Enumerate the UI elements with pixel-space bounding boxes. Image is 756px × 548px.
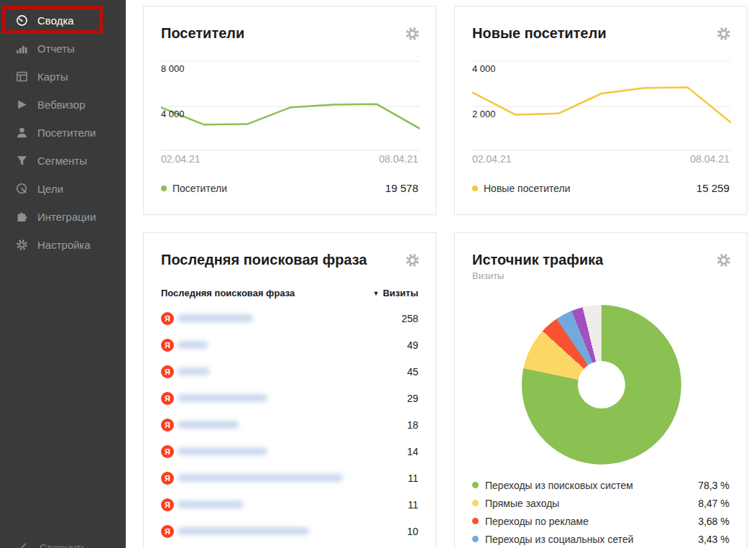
- visits-count: 258: [402, 313, 418, 324]
- search-phrase-table: Я258Я49Я45Я29Я18Я14Я11Я11Я10: [161, 305, 418, 544]
- pie-legend: Переходы из поисковых систем78,3 %Прямые…: [472, 476, 729, 548]
- sidebar-collapse-button[interactable]: Свернуть: [0, 534, 87, 548]
- blurred-search-phrase[interactable]: [178, 501, 244, 508]
- legend-total-value: 19 578: [385, 182, 418, 194]
- sidebar-item-settings[interactable]: Настройка: [0, 231, 126, 259]
- sidebar-item-label: Интеграции: [37, 211, 96, 223]
- sidebar-item-label: Карты: [37, 70, 68, 83]
- blurred-search-phrase[interactable]: [178, 394, 267, 402]
- sidebar-item-label: Отчеты: [37, 42, 75, 55]
- search-phrase-row[interactable]: Я18: [161, 411, 418, 438]
- sidebar-item-webvisor[interactable]: Вебвизор: [0, 91, 126, 119]
- visits-count: 29: [407, 393, 418, 404]
- sidebar-item-label: Настройка: [37, 239, 91, 251]
- search-phrase-row[interactable]: Я10: [161, 518, 418, 544]
- yandex-favicon: Я: [161, 365, 174, 378]
- funnel-icon: [15, 155, 28, 168]
- sidebar-item-visitors[interactable]: Посетители: [0, 119, 126, 147]
- blurred-search-phrase[interactable]: [178, 474, 343, 482]
- legend-percent-value: 8,47 %: [698, 498, 729, 509]
- sidebar-item-label: Сегменты: [37, 155, 87, 167]
- blurred-search-phrase[interactable]: [178, 421, 239, 429]
- visitors-widget: Посетители 8 000 4 000 02.04.21 08.04.21…: [143, 6, 436, 215]
- sidebar: СводкаОтчетыКартыВебвизорПосетителиСегме…: [0, 0, 126, 548]
- legend-dot: [161, 186, 167, 191]
- search-phrase-row[interactable]: Я11: [161, 491, 418, 518]
- chart-legend: Посетители 19 578: [161, 182, 418, 194]
- visits-count: 18: [407, 419, 418, 431]
- blurred-search-phrase[interactable]: [178, 527, 309, 535]
- sidebar-item-label: Вебвизор: [37, 99, 86, 111]
- pie-legend-item: Прямые заходы8,47 %: [472, 494, 729, 512]
- legend-dot: [472, 518, 479, 524]
- sidebar-item-goals[interactable]: Цели: [0, 175, 126, 203]
- legend-dot: [472, 536, 479, 542]
- search-phrase-row[interactable]: Я49: [161, 332, 418, 358]
- search-phrase-row[interactable]: Я45: [161, 358, 418, 385]
- person-icon: [15, 127, 28, 140]
- pie-legend-item: Переходы из поисковых систем78,3 %: [472, 476, 729, 494]
- gear-icon[interactable]: [716, 253, 731, 268]
- search-phrase-row[interactable]: Я29: [161, 385, 418, 411]
- blurred-search-phrase[interactable]: [178, 447, 267, 455]
- blurred-search-phrase[interactable]: [178, 314, 253, 322]
- pie-legend-item: Переходы из социальных сетей3,43 %: [472, 530, 729, 548]
- search-phrase-row[interactable]: Я11: [161, 465, 418, 491]
- chevron-left-icon: [17, 542, 30, 548]
- sidebar-item-segments[interactable]: Сегменты: [0, 147, 126, 175]
- y-axis-tick: 4 000: [161, 109, 185, 119]
- traffic-source-widget: Источник трафика Визиты Переходы из поис…: [454, 232, 747, 548]
- yandex-favicon: Я: [161, 472, 174, 485]
- sidebar-item-label: Сводка: [37, 14, 74, 27]
- sidebar-item-reports[interactable]: Отчеты: [0, 35, 126, 63]
- yandex-favicon: Я: [161, 498, 174, 511]
- sort-descending-icon: ▼: [373, 290, 379, 297]
- sidebar-item-integrations[interactable]: Интеграции: [0, 203, 126, 231]
- search-phrase-row[interactable]: Я258: [161, 305, 418, 332]
- x-axis-labels: 02.04.21 08.04.21: [161, 153, 418, 165]
- y-axis-tick: 4 000: [472, 63, 496, 74]
- visits-count: 11: [407, 499, 418, 511]
- legend-dot: [472, 482, 479, 488]
- blurred-search-phrase[interactable]: [178, 341, 208, 349]
- new-visitors-widget: Новые посетители 4 000 2 000 02.04.21 08…: [454, 6, 747, 215]
- pie-legend-item: Переходы по рекламе3,68 %: [472, 512, 729, 530]
- widget-title: Последняя поисковая фраза: [161, 252, 367, 268]
- visits-count: 49: [407, 339, 418, 351]
- x-axis-end-date: 08.04.21: [379, 153, 419, 165]
- table-header-visits-sort[interactable]: ▼Визиты: [373, 288, 418, 298]
- sidebar-item-maps[interactable]: Карты: [0, 63, 126, 91]
- legend-label: Новые посетители: [484, 183, 571, 194]
- legend-label: Переходы из поисковых систем: [485, 480, 633, 491]
- blurred-search-phrase[interactable]: [178, 367, 210, 375]
- y-axis-tick: 8 000: [161, 63, 185, 74]
- legend-percent-value: 3,68 %: [698, 516, 729, 527]
- y-axis-tick: 2 000: [472, 109, 496, 119]
- widget-subtitle: Визиты: [472, 270, 504, 281]
- widget-title: Источник трафика: [472, 252, 603, 268]
- x-axis-end-date: 08.04.21: [691, 153, 730, 165]
- donut-hole: [578, 361, 625, 408]
- visits-count: 45: [407, 366, 418, 378]
- legend-label: Прямые заходы: [485, 498, 559, 509]
- yandex-favicon: Я: [161, 339, 174, 352]
- legend-label: Переходы по рекламе: [485, 516, 589, 527]
- legend-label: Посетители: [172, 183, 227, 194]
- play-icon: [15, 99, 28, 111]
- traffic-donut-chart[interactable]: [522, 305, 681, 465]
- gear-icon[interactable]: [405, 253, 420, 268]
- sidebar-item-summary[interactable]: Сводка: [0, 6, 126, 35]
- legend-total-value: 15 259: [696, 182, 729, 194]
- table-header-phrase: Последняя поисковая фраза: [161, 288, 295, 298]
- x-axis-start-date: 02.04.21: [472, 153, 512, 165]
- search-phrase-row[interactable]: Я14: [161, 438, 418, 465]
- visitors-line-chart: [161, 6, 420, 172]
- search-phrase-widget: Последняя поисковая фраза Последняя поис…: [143, 232, 436, 548]
- visits-count: 10: [407, 526, 418, 537]
- gauge-icon: [15, 14, 28, 27]
- sidebar-item-label: Цели: [37, 183, 63, 195]
- yandex-favicon: Я: [161, 419, 174, 431]
- yandex-favicon: Я: [161, 525, 174, 538]
- sidebar-item-label: Посетители: [37, 127, 96, 139]
- legend-dot: [472, 500, 479, 506]
